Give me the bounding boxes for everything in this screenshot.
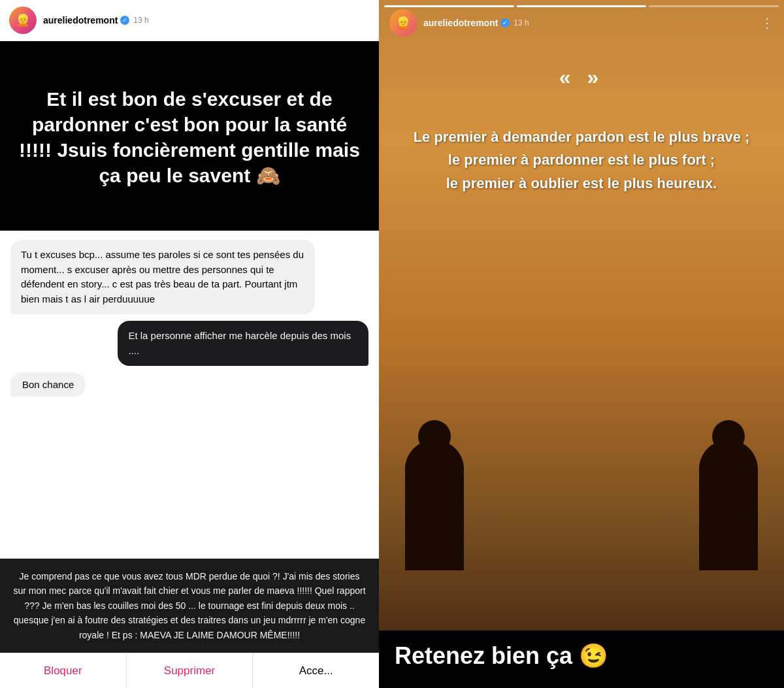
quote-block: Et il est bon de s'excuser et de pardonn…	[0, 41, 379, 231]
more-options-icon[interactable]: ⋮	[760, 15, 774, 31]
chat-bubble-2: Et la personne afficher me harcèle depui…	[118, 321, 368, 366]
accept-button[interactable]: Acce...	[252, 653, 379, 688]
quote-text: Le premier à demander pardon est le plus…	[405, 103, 758, 195]
action-bar[interactable]: Bloquer Supprimer Acce...	[0, 653, 379, 688]
story-quote-overlay: « » Le premier à demander pardon est le …	[379, 52, 784, 208]
quote-marks: « »	[405, 65, 758, 90]
story-time-left: 13 h	[133, 16, 148, 25]
avatar-left: 👱	[9, 7, 37, 34]
username-left: aureliedotremont	[43, 15, 118, 25]
right-panel: 👱 aureliedotremont 13 h ⋮ « » Le premier…	[379, 0, 784, 688]
silhouette-figures	[379, 440, 784, 570]
bottom-bar: Retenez bien ça 😉	[379, 631, 784, 688]
progress-bar-3	[649, 5, 779, 7]
verified-badge-right	[500, 18, 510, 27]
verified-badge-left	[120, 16, 129, 25]
progress-bars	[384, 5, 779, 7]
chat-area: Tu t excuses bcp... assume tes paroles s…	[0, 231, 379, 559]
block-button[interactable]: Bloquer	[0, 653, 126, 688]
progress-bar-2	[517, 5, 647, 7]
silhouette-left	[405, 440, 464, 570]
chat-bubble-3: Bon chance	[10, 372, 86, 397]
silhouette-right	[699, 440, 758, 570]
delete-button[interactable]: Supprimer	[126, 653, 253, 688]
chat-bubble-1: Tu t excuses bcp... assume tes paroles s…	[10, 240, 315, 314]
dark-response-block: Je comprend pas ce que vous avez tous MD…	[0, 559, 379, 653]
bottom-text: Retenez bien ça 😉	[395, 642, 608, 669]
progress-bar-1	[384, 5, 514, 7]
story-header-left: 👱 aureliedotremont 13 h	[0, 0, 379, 41]
story-image-area: 👱 aureliedotremont 13 h ⋮ « » Le premier…	[379, 0, 784, 688]
username-right: aureliedotremont	[423, 18, 498, 28]
left-panel: 👱 aureliedotremont 13 h Et il est bon de…	[0, 0, 379, 688]
avatar-right: 👱	[389, 9, 417, 37]
story-time-right: 13 h	[514, 18, 529, 27]
